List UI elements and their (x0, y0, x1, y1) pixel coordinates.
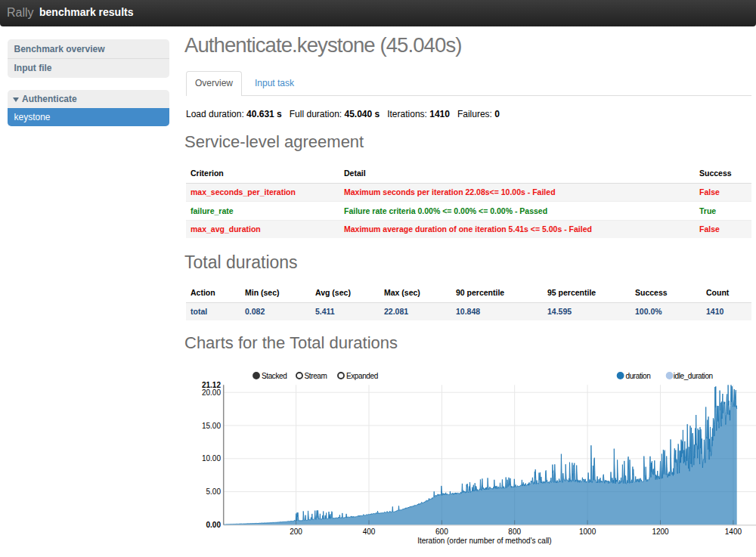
svg-text:1200: 1200 (652, 528, 669, 536)
svg-text:600: 600 (435, 528, 448, 536)
svg-text:1400: 1400 (725, 528, 742, 536)
svg-text:5.00: 5.00 (206, 487, 222, 496)
svg-text:Iteration (order number of met: Iteration (order number of method's call… (417, 537, 552, 545)
svg-text:800: 800 (508, 528, 521, 536)
svg-text:idle_duration: idle_duration (674, 372, 713, 380)
svg-text:10.00: 10.00 (202, 454, 221, 463)
svg-text:0.00: 0.00 (206, 521, 222, 529)
svg-text:Expanded: Expanded (346, 372, 378, 380)
svg-text:Stream: Stream (305, 372, 327, 380)
svg-text:duration: duration (626, 372, 651, 380)
svg-text:20.00: 20.00 (202, 388, 221, 397)
svg-text:1000: 1000 (579, 528, 596, 536)
svg-text:Stacked: Stacked (262, 372, 287, 380)
svg-text:400: 400 (363, 528, 376, 536)
svg-text:200: 200 (290, 528, 302, 536)
svg-text:15.00: 15.00 (202, 422, 221, 430)
